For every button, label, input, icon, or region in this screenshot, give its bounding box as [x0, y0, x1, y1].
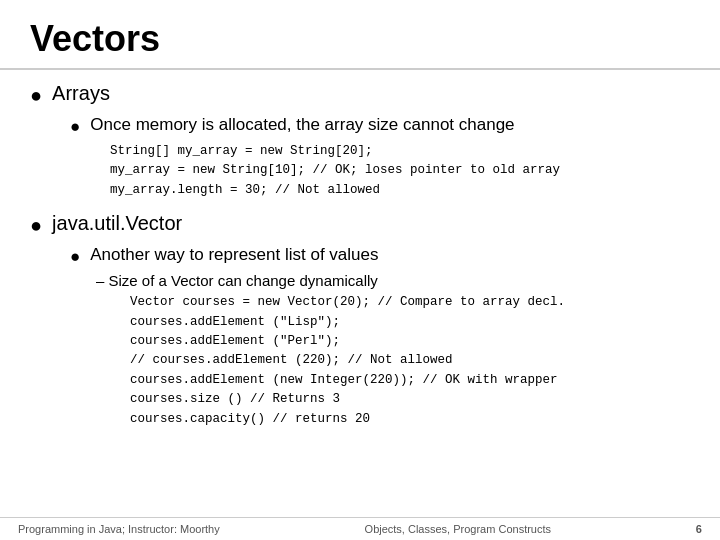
footer-left-text: Programming in Java; Instructor: Moorthy [18, 523, 220, 535]
code-line-2-5: courses.addElement (new Integer(220)); /… [130, 371, 690, 390]
bullet-dot-1: ● [30, 82, 42, 108]
slide: Vectors ● Arrays ● Once memory is alloca… [0, 0, 720, 540]
bullet-dot-l2-1: ● [70, 116, 80, 138]
bullet-arrays-label: Arrays [52, 80, 110, 106]
code-line-2-2: courses.addElement ("Lisp"); [130, 313, 690, 332]
bullet-dot-2: ● [30, 212, 42, 238]
code-line-2-1: Vector courses = new Vector(20); // Comp… [130, 293, 690, 312]
code-line-2-6: courses.size () // Returns 3 [130, 390, 690, 409]
code-block-2: Vector courses = new Vector(20); // Comp… [130, 293, 690, 429]
code-block-1: String[] my_array = new String[20]; my_a… [110, 142, 690, 200]
bullet-arrays-sub-label: Once memory is allocated, the array size… [90, 114, 514, 136]
bullet-arrays-sub: ● Once memory is allocated, the array si… [70, 114, 690, 138]
slide-header: Vectors [0, 0, 720, 70]
bullet-dot-l2-2: ● [70, 246, 80, 268]
bullet-vector: ● java.util.Vector [30, 210, 690, 238]
footer-center-text: Objects, Classes, Program Constructs [365, 523, 551, 535]
slide-footer: Programming in Java; Instructor: Moorthy… [0, 517, 720, 540]
code-line-2-7: courses.capacity() // returns 20 [130, 410, 690, 429]
code-line-2-4: // courses.addElement (220); // Not allo… [130, 351, 690, 370]
code-line-2-3: courses.addElement ("Perl"); [130, 332, 690, 351]
sub-bullet-size-label: – Size of a Vector can change dynamicall… [96, 272, 378, 289]
bullet-vector-sub-label: Another way to represent list of values [90, 244, 378, 266]
sub-bullet-size: – Size of a Vector can change dynamicall… [90, 272, 690, 289]
code-line-1-2: my_array = new String[10]; // OK; loses … [110, 161, 690, 180]
bullet-vector-sub: ● Another way to represent list of value… [70, 244, 690, 268]
code-line-1-3: my_array.length = 30; // Not allowed [110, 181, 690, 200]
slide-title: Vectors [30, 18, 160, 59]
slide-content: ● Arrays ● Once memory is allocated, the… [0, 80, 720, 429]
code-line-1-1: String[] my_array = new String[20]; [110, 142, 690, 161]
footer-page-number: 6 [696, 523, 702, 535]
bullet-vector-label: java.util.Vector [52, 210, 182, 236]
bullet-arrays: ● Arrays [30, 80, 690, 108]
